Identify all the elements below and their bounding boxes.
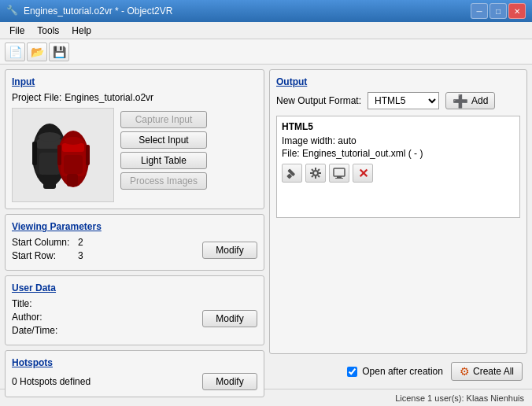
toolbar: 📄 📂 💾 [0,39,532,65]
save-button[interactable]: 💾 [49,42,69,61]
menu-help[interactable]: Help [65,24,98,38]
userdata-title: User Data [12,282,257,293]
viewing-modify-button[interactable]: Modify [202,242,257,259]
svg-rect-12 [67,174,78,186]
author-label: Author: [12,312,67,323]
menu-bar: File Tools Help [0,22,532,39]
delete-icon-btn[interactable]: ✕ [353,164,373,183]
svg-rect-14 [86,145,90,165]
menu-file[interactable]: File [3,24,31,38]
start-column-value: 2 [78,237,83,248]
engine-preview [20,112,106,198]
input-buttons: Capture Input Select Input Light Table P… [120,108,207,202]
svg-line-26 [312,175,313,177]
svg-line-23 [312,169,313,171]
output-image-width: Image width: auto [282,135,515,146]
svg-rect-29 [335,178,343,179]
output-panel: Output New Output Format: HTML5 Flash Qu… [269,69,527,354]
wrench-icon [286,167,298,179]
window-title: Engines_tutorial.o2vr * - Object2VR [24,6,172,17]
right-bottom: Open after creation ⚙ Create All [269,359,527,384]
svg-rect-27 [334,168,345,176]
minimize-button[interactable]: ─ [471,3,488,19]
hotspots-modify-button[interactable]: Modify [202,373,257,390]
add-icon: ➕ [453,94,468,109]
userdata-panel: User Data Title: Author: Date/Time: [5,275,264,345]
create-all-button[interactable]: ⚙ Create All [451,362,523,381]
output-entries: HTML5 Image width: auto File: Engines_tu… [276,116,520,218]
format-select[interactable]: HTML5 Flash QuickTime Standalone [368,92,439,109]
title-bar: 🔧 Engines_tutorial.o2vr * - Object2VR ─ … [0,0,532,22]
svg-rect-11 [64,155,83,174]
start-row-label: Start Row: [12,250,75,261]
create-all-icon: ⚙ [460,365,470,378]
gear-icon [309,167,322,179]
monitor-icon [333,167,345,179]
userdata-modify-button[interactable]: Modify [202,310,257,327]
input-title: Input [12,76,257,87]
new-output-format-label: New Output Format: [276,95,361,106]
svg-line-25 [318,169,320,171]
project-file-value: Engines_tutorial.o2vr [65,92,153,103]
output-file: File: Engines_tutorial_out.xml ( - ) [282,148,515,159]
hotspots-title: Hotspots [12,357,257,368]
hotspots-defined-text: 0 Hotspots defined [12,376,91,387]
svg-rect-4 [43,175,56,189]
input-image [12,108,114,202]
start-row-value: 3 [78,250,83,261]
input-panel: Input Project File: Engines_tutorial.o2v… [5,69,264,209]
svg-line-24 [318,175,320,177]
license-text: License 1 user(s): Klaas Nienhuis [395,393,524,403]
svg-rect-28 [337,176,342,178]
maximize-button[interactable]: □ [490,3,507,19]
main-content: Input Project File: Engines_tutorial.o2v… [0,65,532,389]
add-label: Add [471,95,488,106]
hotspots-panel: Hotspots 0 Hotspots defined Modify [5,350,264,397]
viewing-title: Viewing Parameters [12,221,257,232]
open-after-checkbox[interactable] [347,367,357,377]
open-button[interactable]: 📂 [27,42,47,61]
title-label: Title: [12,298,67,309]
capture-input-button[interactable]: Capture Input [120,111,207,128]
app-icon: 🔧 [6,5,19,17]
close-button[interactable]: ✕ [508,3,526,19]
menu-tools[interactable]: Tools [31,24,65,38]
svg-point-15 [64,137,83,145]
svg-rect-13 [57,145,61,165]
viewing-panel: Viewing Parameters Start Column: 2 Start… [5,214,264,271]
select-input-button[interactable]: Select Input [120,131,207,149]
output-entry-title: HTML5 [282,121,515,132]
left-column: Input Project File: Engines_tutorial.o2v… [5,69,264,384]
svg-point-7 [39,132,61,142]
new-button[interactable]: 📄 [5,42,25,61]
svg-rect-3 [39,153,60,175]
open-after-row: Open after creation [274,366,451,377]
monitor-icon-btn[interactable] [329,164,349,183]
output-actions: ✕ [282,164,515,183]
process-images-button[interactable]: Process Images [120,172,207,190]
create-all-label: Create All [473,366,514,377]
settings-icon-btn[interactable] [282,164,302,183]
right-column: Output New Output Format: HTML5 Flash Qu… [269,69,527,384]
open-after-label: Open after creation [362,366,443,377]
svg-point-18 [313,171,318,175]
gear-icon-btn[interactable] [305,164,326,183]
add-button[interactable]: ➕ Add [445,92,495,109]
project-file-label: Project File: [12,92,61,103]
start-column-label: Start Column: [12,237,75,248]
output-title: Output [276,76,520,87]
datetime-label: Date/Time: [12,325,67,336]
svg-rect-5 [32,142,37,165]
light-table-button[interactable]: Light Table [120,152,207,169]
